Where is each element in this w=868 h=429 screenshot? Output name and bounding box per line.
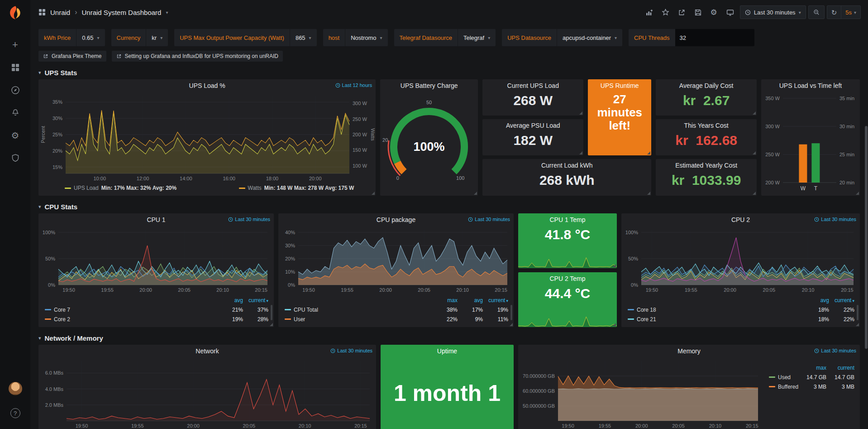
variable-value-dropdown[interactable]: kr▾ <box>146 29 168 46</box>
legend-series-toggle[interactable]: Buffered <box>769 384 798 390</box>
legend-scrollbar[interactable] <box>510 305 512 320</box>
sidebar-item-profile[interactable] <box>5 380 25 397</box>
chevron-down-icon[interactable]: ▾ <box>166 10 168 15</box>
row-header-cpu-stats[interactable]: ▾ CPU Stats <box>38 203 860 211</box>
sidebar-item-explore[interactable] <box>5 82 25 99</box>
refresh-button[interactable]: ↻ <box>827 6 841 19</box>
panel-resize-handle[interactable] <box>372 192 375 195</box>
panel-resize-handle[interactable] <box>510 323 513 326</box>
sidebar-item-help[interactable]: ? <box>5 405 25 422</box>
dashboard-settings-button[interactable]: ⚙ <box>707 6 720 19</box>
legend-sort-current[interactable]: current▾ <box>483 297 508 304</box>
network-chart[interactable]: 19:5019:5520:0020:0520:1020:156.0 MBs4.0… <box>38 357 376 429</box>
legend-sort-avg[interactable]: avg <box>804 297 829 304</box>
panel-resize-handle[interactable] <box>474 192 477 195</box>
panel-header[interactable]: Current UPS Load <box>482 79 583 92</box>
grafana-logo[interactable] <box>7 5 24 22</box>
ups-load-vs-time-chart[interactable]: 350 W300 W250 W200 W35 min30 min25 min20… <box>761 92 860 194</box>
link-ups-monitoring-guide[interactable]: Setting up Grafana and InfluxDB for UPS … <box>112 51 283 62</box>
panel-time-range[interactable]: Last 12 hours <box>335 82 372 88</box>
panel-header[interactable]: Estimated Yearly Cost <box>656 159 757 172</box>
panel-header[interactable]: Average Daily Cost <box>656 79 757 92</box>
panel-resize-handle[interactable] <box>613 264 616 267</box>
panel-header[interactable]: CPU package Last 30 minutes <box>278 213 514 226</box>
panel-resize-handle[interactable] <box>753 111 756 115</box>
breadcrumb-dashboard-title[interactable]: Unraid System Dashboard <box>82 9 162 16</box>
panel-header[interactable]: CPU 2 Last 30 minutes <box>621 213 860 226</box>
panel-resize-handle[interactable] <box>856 192 859 195</box>
legend-sort-current[interactable]: current▾ <box>829 297 854 304</box>
panel-time-range[interactable]: Last 30 minutes <box>228 217 270 222</box>
sidebar-item-alerting[interactable] <box>5 104 25 121</box>
panel-resize-handle[interactable] <box>753 192 756 195</box>
panel-header[interactable]: UPS Load % Last 12 hours <box>38 79 376 92</box>
variable-value-dropdown[interactable]: 0.65▾ <box>76 29 105 46</box>
panel-header[interactable]: Current Load kWh <box>482 159 651 172</box>
panel-header[interactable]: Network Last 30 minutes <box>38 345 376 357</box>
panel-header[interactable]: CPU 2 Temp <box>518 272 617 285</box>
panel-resize-handle[interactable] <box>613 323 616 326</box>
legend-series-toggle[interactable]: Core 7 <box>45 307 218 313</box>
panel-header[interactable]: UPS Runtime <box>588 79 651 92</box>
panel-header[interactable]: This Years Cost <box>656 119 757 132</box>
panel-resize-handle[interactable] <box>753 151 756 154</box>
legend-series-toggle[interactable]: Used <box>769 374 798 381</box>
refresh-interval-picker[interactable]: 5s ▾ <box>841 6 860 19</box>
legend-sort-avg[interactable]: avg <box>218 297 243 304</box>
panel-header[interactable]: CPU 1 Temp <box>518 213 617 226</box>
panel-resize-handle[interactable] <box>579 151 582 154</box>
save-dashboard-button[interactable] <box>691 6 705 19</box>
legend-sort-max[interactable]: max <box>798 365 826 371</box>
page-scrollbar[interactable] <box>865 126 868 349</box>
variable-value-dropdown[interactable]: apcupsd-container▾ <box>557 29 622 46</box>
panel-resize-handle[interactable] <box>270 323 273 326</box>
panel-header[interactable]: Memory Last 30 minutes <box>518 345 860 357</box>
panel-header[interactable]: CPU 1 Last 30 minutes <box>38 213 274 226</box>
legend-series-toggle[interactable]: Core 2 <box>45 316 218 323</box>
cpu-package-chart[interactable]: 19:5019:5520:0020:0520:1020:1540%30%20%1… <box>278 226 514 294</box>
legend-sort-current[interactable]: current▾ <box>243 297 268 304</box>
legend-item[interactable]: WattsMin: 148 W Max: 278 W Avg: 175 W <box>239 185 354 191</box>
legend-series-toggle[interactable]: Core 21 <box>628 316 804 323</box>
link-grafana-plex-theme[interactable]: Grafana Plex Theme <box>38 51 106 62</box>
variable-value-dropdown[interactable]: 865▾ <box>290 29 317 46</box>
panel-resize-handle[interactable] <box>856 323 859 326</box>
variable-value-dropdown[interactable]: Telegraf▾ <box>458 29 496 46</box>
legend-series-toggle[interactable]: User <box>285 316 432 323</box>
row-header-ups-stats[interactable]: ▾ UPS Stats <box>38 69 860 77</box>
panel-header[interactable]: UPS Load vs Time left <box>761 79 860 92</box>
time-range-picker[interactable]: Last 30 minutes ▾ <box>740 5 806 19</box>
breadcrumb-app[interactable]: Unraid <box>50 9 70 16</box>
cpu-threads-input[interactable] <box>675 29 754 46</box>
star-dashboard-button[interactable] <box>658 6 672 19</box>
kiosk-mode-button[interactable] <box>723 6 738 19</box>
legend-sort-current[interactable]: current <box>826 365 854 371</box>
sidebar-item-create[interactable]: + <box>5 36 25 53</box>
panel-resize-handle[interactable] <box>647 192 650 195</box>
panel-time-range[interactable]: Last 30 minutes <box>814 348 856 353</box>
sidebar-item-dashboards[interactable] <box>5 59 25 76</box>
zoom-out-button[interactable] <box>808 5 825 19</box>
cpu1-chart[interactable]: 19:5019:5520:0020:0520:1020:15100%50%0% <box>38 226 274 294</box>
legend-item[interactable]: UPS LoadMin: 17% Max: 32% Avg: 20% <box>65 185 176 191</box>
add-panel-button[interactable] <box>642 6 656 19</box>
cpu2-chart[interactable]: 19:5019:5520:0020:0520:1020:15100%50%0% <box>621 226 860 294</box>
ups-battery-gauge[interactable]: 02050100100% <box>380 92 478 194</box>
variable-value-dropdown[interactable]: Nostromo▾ <box>345 29 387 46</box>
sidebar-item-server-admin[interactable] <box>5 149 25 167</box>
legend-series-toggle[interactable]: Core 18 <box>628 307 804 313</box>
legend-sort-max[interactable]: max <box>432 297 458 304</box>
share-dashboard-button[interactable] <box>675 6 689 19</box>
memory-chart[interactable]: 19:5019:5520:0020:0520:1020:1570.000000 … <box>518 357 763 429</box>
panel-resize-handle[interactable] <box>579 111 582 115</box>
sidebar-item-configuration[interactable]: ⚙ <box>5 127 25 144</box>
legend-scrollbar[interactable] <box>857 305 858 320</box>
panel-time-range[interactable]: Last 30 minutes <box>468 217 510 222</box>
legend-sort-avg[interactable]: avg <box>458 297 483 304</box>
panel-header[interactable]: UPS Battery Charge <box>380 79 478 92</box>
panel-resize-handle[interactable] <box>647 151 650 154</box>
panel-time-range[interactable]: Last 30 minutes <box>330 348 372 353</box>
legend-scrollbar[interactable] <box>271 305 272 320</box>
legend-series-toggle[interactable]: CPU Total <box>285 307 432 313</box>
panel-time-range[interactable]: Last 30 minutes <box>814 217 856 222</box>
